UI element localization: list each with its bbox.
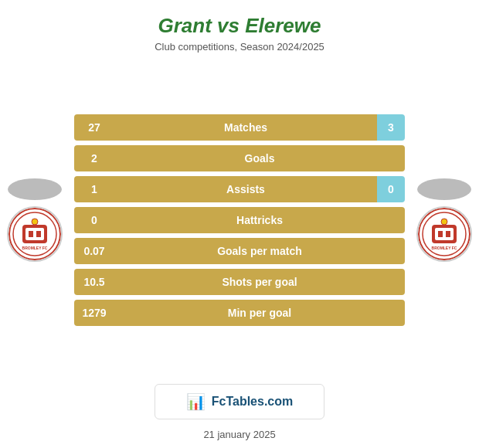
svg-text:BROMLEY FC: BROMLEY FC [22,246,48,250]
stat-left-value-0: 27 [74,114,114,141]
stat-label-4: Goals per match [114,238,405,264]
right-club-logo: BROMLEY FC [416,206,472,262]
stat-label-5: Shots per goal [114,269,405,295]
logo-text: FcTables.com [212,395,294,409]
stat-label-2: Assists [114,176,377,202]
stat-left-value-2: 1 [74,176,114,202]
svg-rect-13 [446,231,450,237]
page-container: Grant vs Elerewe Club competitions, Seas… [0,0,479,448]
stat-row-4: 0.07Goals per match [74,238,405,264]
footer-date: 21 january 2025 [203,429,275,440]
stats-section: 27Matches32Goals1Assists00Hattricks0.07G… [70,114,409,326]
stat-label-3: Hattricks [114,207,405,233]
stat-row-0: 27Matches3 [74,114,405,141]
left-oval-decoration [8,178,62,200]
stat-label-0: Matches [114,114,377,141]
main-section: BROMLEY FC 27Matches32Goals1Assists00Hat… [0,65,479,375]
left-team-badge: BROMLEY FC [0,178,70,262]
stat-left-value-5: 10.5 [74,269,114,295]
left-club-logo: BROMLEY FC [7,206,63,262]
stat-row-6: 1279Min per goal [74,300,405,326]
stat-label-1: Goals [114,145,405,171]
fctables-logo: 📊 FcTables.com [155,384,324,419]
right-team-badge: BROMLEY FC [409,178,479,262]
page-subtitle: Club competitions, Season 2024/2025 [155,41,324,53]
stat-row-3: 0Hattricks [74,207,405,233]
svg-text:BROMLEY FC: BROMLEY FC [432,246,457,250]
stat-left-value-3: 0 [74,207,114,233]
svg-rect-11 [435,228,454,240]
svg-rect-3 [25,228,44,240]
page-title: Grant vs Elerewe [155,14,324,38]
svg-rect-5 [36,231,41,237]
header: Grant vs Elerewe Club competitions, Seas… [147,0,332,57]
stat-left-value-6: 1279 [74,300,114,326]
svg-rect-4 [29,231,33,237]
svg-point-6 [32,219,38,225]
stat-label-6: Min per goal [114,300,405,326]
right-club-badge-svg: BROMLEY FC [418,208,471,260]
stat-right-value-2: 0 [377,176,405,202]
svg-rect-12 [438,231,443,237]
stat-left-value-4: 0.07 [74,238,114,264]
right-oval-decoration [417,178,471,200]
left-club-badge-svg: BROMLEY FC [8,208,61,260]
stat-row-5: 10.5Shots per goal [74,269,405,295]
stat-right-value-0: 3 [377,114,405,141]
chart-icon: 📊 [186,392,206,411]
stat-left-value-1: 2 [74,145,114,171]
stat-row-1: 2Goals [74,145,405,171]
stat-row-2: 1Assists0 [74,176,405,202]
svg-point-14 [441,219,447,225]
